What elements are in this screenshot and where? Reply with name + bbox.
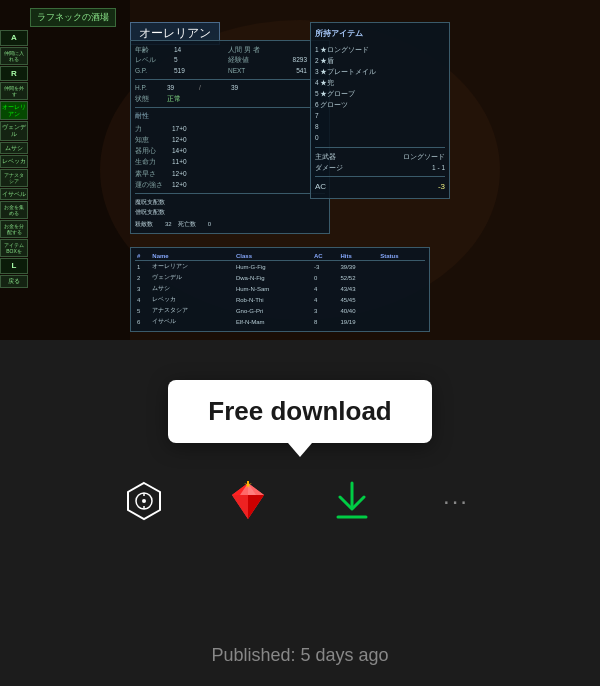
table-row: 3ムサシHum-N-Sam443/43 <box>135 283 425 294</box>
sidebar-key-l[interactable]: L <box>0 258 28 274</box>
table-row: 2ヴェンデルDwa-N-Fig052/52 <box>135 272 425 283</box>
sidebar-item-back[interactable]: 戻る <box>0 275 28 288</box>
game-screenshot: ラフネックの酒場 A 仲間に入れる R 仲間を外す オーレリアン ヴェンデル ム… <box>0 0 600 340</box>
svg-marker-25 <box>248 495 264 519</box>
sidebar-key-a[interactable]: A <box>0 30 28 46</box>
sidebar-item-char5[interactable]: アナスタシア <box>0 169 28 187</box>
sidebar-item-char6[interactable]: イサベル <box>0 188 28 201</box>
party-table: # Name Class AC Hits Status 1オーレリアンHum-G… <box>130 247 430 332</box>
table-row: 5アナスタシアGno-G-Pri340/40 <box>135 305 425 316</box>
items-panel: 所持アイテム 1 ★ロングソード 2 ★盾 3 ★プレートメイル 4 ★兜 5 … <box>310 22 450 199</box>
sidebar-item-join[interactable]: 仲間に入れる <box>0 47 28 65</box>
gem-icon <box>228 481 268 521</box>
left-sidebar: A 仲間に入れる R 仲間を外す オーレリアン ヴェンデル ムサシ レベッカ ア… <box>0 30 28 288</box>
sidebar-item-item-box[interactable]: アイテムBOXを <box>0 239 28 257</box>
published-info: Published: 5 days ago <box>0 645 600 666</box>
sidebar-item-char1[interactable]: オーレリアン <box>0 101 28 120</box>
nft-icon-button[interactable] <box>122 479 166 523</box>
svg-marker-26 <box>232 495 248 519</box>
bottom-section: Free download <box>0 340 600 686</box>
sidebar-item-remove[interactable]: 仲間を外す <box>0 82 28 100</box>
table-row: 1オーレリアンHum-G-Fig-339/39 <box>135 261 425 273</box>
sidebar-key-r[interactable]: R <box>0 66 28 82</box>
icons-row: ··· <box>122 479 478 523</box>
tooltip-container: Free download <box>168 380 431 457</box>
more-dots-icon: ··· <box>443 487 469 515</box>
sidebar-item-collect-gold[interactable]: お金を集める <box>0 201 28 219</box>
banner-label: ラフネックの酒場 <box>30 8 116 27</box>
sidebar-item-char4[interactable]: レベッカ <box>0 155 28 168</box>
download-icon-button[interactable] <box>330 479 374 523</box>
table-row: 6イサベルElf-N-Mam819/19 <box>135 316 425 327</box>
stats-panel: 年齢14人間 男 者 レベル5経験値8293 G.P.519NEXT541 H.… <box>130 40 330 234</box>
svg-point-19 <box>142 499 146 503</box>
nft-icon <box>122 479 166 523</box>
gem-icon-button[interactable] <box>226 479 270 523</box>
sidebar-item-char2[interactable]: ヴェンデル <box>0 121 28 140</box>
sidebar-item-distribute-gold[interactable]: お金を分配する <box>0 220 28 238</box>
download-icon <box>330 479 374 523</box>
published-text: Published: 5 days ago <box>211 645 388 665</box>
more-options-button[interactable]: ··· <box>434 479 478 523</box>
sidebar-item-char3[interactable]: ムサシ <box>0 142 28 155</box>
character-name: オーレリアン <box>139 26 211 40</box>
tooltip-box: Free download <box>168 380 431 443</box>
table-row: 4レベッカRob-N-Thi445/45 <box>135 294 425 305</box>
tooltip-text: Free download <box>208 396 391 426</box>
tooltip-arrow <box>288 443 312 457</box>
